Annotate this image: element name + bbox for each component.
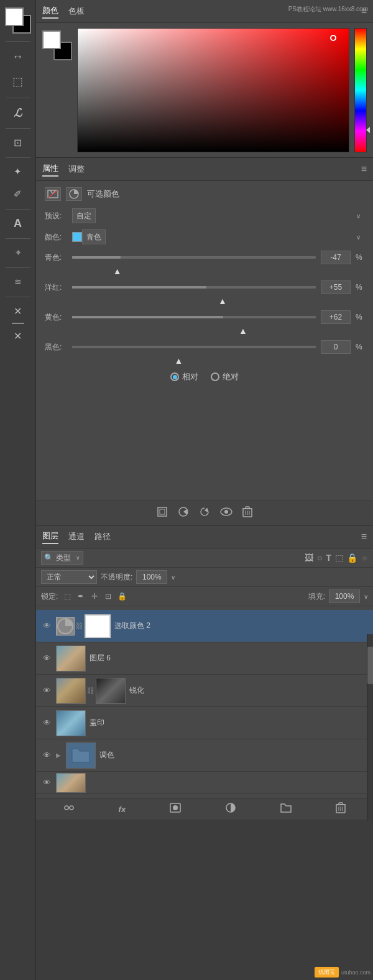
crop-tool[interactable]: ⊡ [7, 131, 29, 154]
filter-smart-icon[interactable]: 🔒 [347, 553, 357, 563]
scrollbar-thumb[interactable] [367, 647, 373, 684]
tab-adjust[interactable]: 调整 [68, 162, 85, 176]
props-icon1[interactable] [45, 187, 61, 201]
black-thumb: ▲ [175, 356, 183, 365]
lock-artboard-icon[interactable]: ⊡ [103, 591, 114, 602]
radio-relative[interactable]: 相对 [170, 371, 198, 382]
tool-crop-group: ⊡ [7, 131, 29, 154]
yellow-value-input[interactable] [321, 310, 351, 324]
filter-adjust-icon[interactable]: ○ [317, 553, 322, 563]
brush-tool[interactable]: ✦ [7, 160, 29, 183]
lock-pixels-icon[interactable]: ✒ [75, 591, 86, 602]
xtra-tool2[interactable]: ✕ [7, 325, 29, 347]
props-panel-menu[interactable]: ≡ [361, 164, 367, 175]
layer-link-icon[interactable]: ⛓ [87, 686, 94, 695]
fg-color-box[interactable] [42, 30, 61, 49]
foreground-color-swatch[interactable] [5, 7, 24, 26]
layer-eye-icon[interactable]: 👁 [41, 718, 52, 729]
opacity-arrow[interactable]: ∨ [171, 574, 175, 581]
tool-select-group: ⬚ [7, 70, 29, 93]
black-slider-section: 黑色: % ▲ [45, 340, 364, 365]
props-bottom-toolbar [36, 501, 373, 525]
fill-arrow[interactable]: ∨ [364, 593, 368, 600]
cyan-slider-track[interactable] [72, 256, 316, 259]
layers-btn-link[interactable] [63, 803, 75, 815]
layer-thumb-folder [66, 742, 96, 769]
svg-point-17 [65, 806, 68, 810]
layers-btn-delete[interactable] [336, 802, 346, 816]
magenta-thumb: ▲ [218, 297, 227, 305]
magenta-value-input[interactable] [321, 280, 351, 294]
layer-eye-icon[interactable]: 👁 [41, 685, 52, 696]
layers-btn-adjustment[interactable] [225, 803, 236, 815]
layer-item[interactable]: 👁 ⛓ 锐化 [36, 675, 373, 707]
color-gradient-picker[interactable] [77, 28, 349, 152]
cyan-value-input[interactable] [321, 251, 351, 264]
layers-panel-menu[interactable]: ≡ [361, 531, 367, 542]
layer-eye-icon[interactable]: 👁 [41, 750, 52, 761]
layer-item[interactable]: 👁 ▶ 调色 [36, 739, 373, 772]
layer-item[interactable]: 👁 ⛓ 选取颜色 2 [36, 610, 373, 642]
filter-text-icon[interactable]: T [326, 553, 332, 563]
magenta-slider-track[interactable] [72, 286, 316, 289]
opacity-input[interactable] [136, 570, 167, 584]
svg-rect-25 [339, 803, 343, 805]
preset-select[interactable]: 自定 [72, 208, 96, 223]
layer-item[interactable]: 👁 图层 6 [36, 642, 373, 675]
layer-item[interactable]: 👁 [36, 772, 373, 794]
filter-shape-icon[interactable]: ⬚ [335, 553, 343, 563]
layer-thumb-dark [96, 678, 125, 703]
props-btn-delete[interactable] [242, 506, 252, 520]
color-select[interactable]: 青色 [82, 229, 106, 244]
hue-slider[interactable] [354, 28, 367, 152]
color-panel: 颜色 色板 ≡ [36, 0, 373, 158]
lock-all-icon[interactable]: 🔒 [116, 591, 127, 602]
tab-layers[interactable]: 图层 [42, 529, 58, 544]
layer-eye-icon[interactable]: 👁 [41, 621, 52, 632]
color-indicator[interactable] [72, 232, 82, 242]
select-rect-tool[interactable]: ⬚ [7, 70, 29, 93]
xtra-tool[interactable]: ✕ [7, 300, 29, 322]
props-icon2[interactable] [66, 187, 82, 201]
tab-swatch[interactable]: 色板 [68, 4, 85, 18]
text-tool[interactable]: A [7, 212, 29, 234]
tab-props[interactable]: 属性 [42, 162, 58, 177]
layer-item[interactable]: 👁 盖印 [36, 707, 373, 739]
eraser-tool[interactable]: ✐ [7, 183, 29, 205]
props-btn-clip[interactable] [157, 506, 168, 520]
props-panel-title: 可选颜色 [87, 188, 119, 200]
lock-position-icon[interactable]: ✛ [89, 591, 100, 602]
path-tool[interactable]: ⌖ [7, 241, 29, 264]
fill-input[interactable] [329, 589, 360, 603]
layer-eye-icon[interactable]: 👁 [41, 777, 52, 788]
layer-filter-select[interactable]: 🔍 类型 ∨ [41, 551, 83, 565]
filter-image-icon[interactable]: 🖼 [305, 553, 313, 563]
layer-link-icon[interactable]: ⛓ [76, 622, 83, 631]
blend-mode-select[interactable]: 正常 [41, 570, 97, 584]
tab-channels[interactable]: 通道 [68, 530, 85, 543]
layers-scrollbar[interactable] [367, 634, 373, 821]
cyan-pct: % [356, 253, 364, 262]
lasso-tool[interactable]: ℒ [7, 102, 29, 124]
layers-btn-group[interactable] [280, 803, 292, 815]
yellow-slider-track[interactable] [72, 316, 316, 318]
layers-btn-mask[interactable] [170, 803, 181, 815]
black-slider-track[interactable] [72, 346, 316, 348]
color-selector[interactable] [5, 5, 31, 36]
tab-paths[interactable]: 路径 [94, 530, 111, 543]
layer-expand-icon[interactable]: ▶ [56, 752, 61, 759]
layers-btn-fx[interactable]: fx [119, 805, 126, 814]
props-btn-reset[interactable] [199, 506, 210, 520]
shape-tool[interactable]: ≋ [7, 270, 29, 293]
move-tool[interactable]: ↔ [7, 45, 29, 68]
lock-transparent-icon[interactable]: ⬚ [62, 591, 73, 602]
props-btn-previous[interactable] [178, 506, 189, 520]
layer-name: 选取颜色 2 [114, 621, 368, 631]
radio-absolute[interactable]: 绝对 [211, 371, 239, 382]
layer-eye-icon[interactable]: 👁 [41, 653, 52, 664]
props-btn-visibility[interactable] [220, 507, 233, 519]
filter-toggle[interactable]: ● [361, 552, 368, 565]
tab-color[interactable]: 颜色 [42, 4, 58, 19]
black-value-input[interactable] [321, 340, 351, 354]
yellow-slider-row: 黄色: % [45, 310, 364, 324]
